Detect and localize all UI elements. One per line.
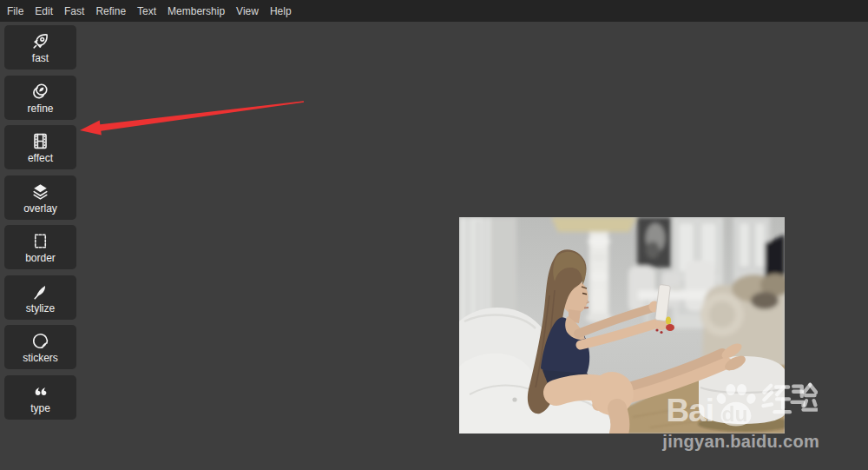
menu-item-membership[interactable]: Membership <box>168 5 225 17</box>
tool-label: border <box>25 253 56 264</box>
lens-filter-icon <box>30 82 50 102</box>
peeled-sticker-icon <box>30 331 50 351</box>
menu-item-edit[interactable]: Edit <box>35 5 53 17</box>
tool-button-effect[interactable]: effect <box>4 125 76 169</box>
tool-button-border[interactable]: border <box>4 225 76 269</box>
canvas-photo[interactable] <box>459 217 785 434</box>
tool-button-fast[interactable]: fast <box>4 25 76 70</box>
tool-button-stickers[interactable]: stickers <box>4 325 76 369</box>
menu-item-refine[interactable]: Refine <box>95 5 126 17</box>
menu-item-file[interactable]: File <box>7 5 23 17</box>
watermark-url: jingyan.baidu.com <box>662 432 819 452</box>
tool-label: fast <box>32 53 49 64</box>
double-quote-icon <box>30 381 50 401</box>
menu-item-view[interactable]: View <box>236 5 259 17</box>
feather-icon <box>30 281 50 301</box>
tool-button-refine[interactable]: refine <box>4 76 76 120</box>
menu-item-help[interactable]: Help <box>270 5 292 17</box>
film-strip-icon <box>30 131 50 151</box>
menu-item-fast[interactable]: Fast <box>64 5 84 17</box>
rocket-icon <box>30 31 50 51</box>
tool-label: refine <box>27 103 53 115</box>
tool-label: effect <box>28 153 53 164</box>
layers-icon <box>30 182 50 202</box>
menu-bar: File Edit Fast Refine Text Membership Vi… <box>0 0 868 22</box>
annotation-arrow-shape <box>80 101 304 135</box>
tool-button-overlay[interactable]: overlay <box>4 175 76 220</box>
tool-label: overlay <box>23 203 57 215</box>
tool-button-type[interactable]: type <box>4 375 76 420</box>
tool-label: stylize <box>26 303 55 314</box>
tool-button-stylize[interactable]: stylize <box>4 275 76 320</box>
menu-item-text[interactable]: Text <box>137 5 156 17</box>
tool-sidebar: fast refine effect <box>4 25 76 420</box>
photo-illustration <box>459 217 785 434</box>
tool-label: type <box>30 403 50 414</box>
tool-label: stickers <box>23 353 58 364</box>
stamp-frame-icon <box>30 231 50 251</box>
